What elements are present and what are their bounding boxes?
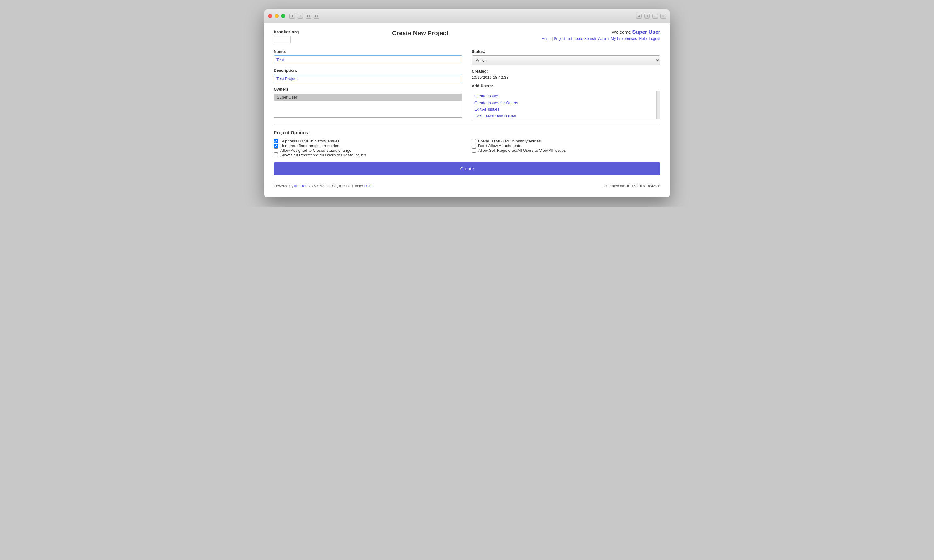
checkbox-literal-html[interactable]: [472, 139, 476, 143]
label-literal-html[interactable]: Literal HTML/XML in history entries: [478, 139, 541, 143]
name-group: Name:: [274, 49, 462, 64]
checkbox-allow-assigned-closed[interactable]: [274, 148, 278, 153]
description-group: Description:: [274, 68, 462, 83]
add-users-item-2[interactable]: Create Issues for Others: [473, 100, 656, 106]
created-label: Created:: [472, 69, 660, 74]
options-left: Suppress HTML in history entries Use pre…: [274, 139, 462, 157]
owners-group: Owners: Super User: [274, 87, 462, 118]
label-allow-self-registered-view[interactable]: Allow Self Registered/All Users to View …: [478, 148, 566, 153]
project-options-title: Project Options:: [274, 130, 660, 135]
form-left: Name: Description: Owners: Super User: [274, 49, 462, 119]
download-button[interactable]: ⬇: [636, 14, 642, 18]
add-users-item-3[interactable]: Edit All Issues: [473, 106, 656, 113]
nav-project-list[interactable]: Project List: [554, 37, 572, 41]
footer-left: Powered by itracker 3.3.5-SNAPSHOT, lice…: [274, 184, 374, 188]
page-header: itracker.org Create New Project Welcome …: [274, 29, 660, 43]
nav-links: Home|Project List|Issue Search|Admin|My …: [541, 37, 660, 41]
option-suppress-html: Suppress HTML in history entries: [274, 139, 462, 143]
itracker-link[interactable]: itracker: [294, 184, 307, 188]
footer-right: Generated on: 10/15/2016 18:42:38: [601, 184, 660, 188]
label-suppress-html[interactable]: Suppress HTML in history entries: [280, 139, 339, 143]
nav-help[interactable]: Help: [639, 37, 647, 41]
name-label: Name:: [274, 49, 462, 54]
checkbox-allow-self-registered-view[interactable]: [472, 148, 476, 153]
options-grid: Suppress HTML in history entries Use pre…: [274, 139, 660, 157]
welcome-text: Welcome Super User: [541, 29, 660, 35]
checkbox-allow-self-registered-create[interactable]: [274, 153, 278, 157]
nav-my-preferences[interactable]: My Preferences: [611, 37, 637, 41]
nav-issue-search[interactable]: Issue Search: [574, 37, 596, 41]
sidebar-button[interactable]: ⊟: [305, 14, 311, 18]
nav-sep-2: |: [573, 37, 574, 41]
add-users-listbox[interactable]: Create Issues Create Issues for Others E…: [472, 91, 660, 119]
page-content: itracker.org Create New Project Welcome …: [264, 23, 670, 197]
created-value: 10/15/2016 18:42:38: [472, 75, 660, 80]
powered-by-text: Powered by: [274, 184, 293, 188]
form-grid: Name: Description: Owners: Super User: [274, 49, 660, 119]
owners-listbox[interactable]: Super User: [274, 93, 462, 118]
owners-label: Owners:: [274, 87, 462, 91]
close-button[interactable]: [268, 14, 272, 18]
share-button[interactable]: ⬆: [644, 14, 650, 18]
nav-controls: ‹ › ⊟ ⊡: [290, 14, 319, 18]
add-users-item-4[interactable]: Edit User's Own Issues: [473, 113, 656, 119]
label-allow-assigned-closed[interactable]: Allow Assigned to Closed status change: [280, 148, 351, 153]
add-users-item-1[interactable]: Create Issues: [473, 93, 656, 100]
traffic-lights: [268, 14, 285, 18]
nav-sep-3: |: [596, 37, 598, 41]
owner-item: Super User: [274, 94, 462, 101]
description-label: Description:: [274, 68, 462, 72]
label-dont-allow-attachments[interactable]: Don't Allow Attachments: [478, 143, 521, 148]
maximize-button[interactable]: [281, 14, 285, 18]
create-btn-wrapper: Create: [274, 162, 660, 175]
nav-logout[interactable]: Logout: [649, 37, 660, 41]
page-footer: Powered by itracker 3.3.5-SNAPSHOT, lice…: [274, 181, 660, 188]
option-allow-assigned-closed: Allow Assigned to Closed status change: [274, 148, 462, 153]
status-group: Status: Active Inactive: [472, 49, 660, 65]
page-title: Create New Project: [299, 29, 542, 37]
nav-sep-4: |: [609, 37, 610, 41]
titlebar: ‹ › ⊟ ⊡ ⬇ ⬆ ⊡ +: [264, 9, 670, 23]
checkbox-dont-allow-attachments[interactable]: [472, 144, 476, 148]
add-users-label: Add Users:: [472, 83, 660, 88]
checkbox-suppress-html[interactable]: [274, 139, 278, 143]
welcome-prefix: Welcome: [612, 29, 631, 35]
description-input[interactable]: [274, 74, 462, 83]
add-users-listbox-inner: Create Issues Create Issues for Others E…: [472, 91, 656, 118]
option-allow-self-registered-create: Allow Self Registered/All Users to Creat…: [274, 153, 462, 157]
label-allow-self-registered-create[interactable]: Allow Self Registered/All Users to Creat…: [280, 153, 366, 157]
brand-logo-box: [274, 36, 291, 43]
option-dont-allow-attachments: Don't Allow Attachments: [472, 143, 660, 148]
plus-button[interactable]: +: [660, 14, 666, 18]
footer-version: 3.3.5-SNAPSHOT, licensed under: [307, 184, 363, 188]
status-select[interactable]: Active Inactive: [472, 55, 660, 65]
brand: itracker.org: [274, 29, 299, 43]
checkbox-predefined-resolution[interactable]: [274, 144, 278, 148]
nav-sep-5: |: [637, 37, 638, 41]
window-button[interactable]: ⊡: [652, 14, 658, 18]
project-options-section: Project Options: Suppress HTML in histor…: [274, 125, 660, 157]
forward-button[interactable]: ›: [297, 14, 303, 18]
options-right: Literal HTML/XML in history entries Don'…: [472, 139, 660, 157]
lgpl-link[interactable]: LGPL: [364, 184, 374, 188]
titlebar-right-controls: ⬇ ⬆ ⊡ +: [636, 14, 666, 18]
app-window: ‹ › ⊟ ⊡ ⬇ ⬆ ⊡ + itracker.org Create New …: [264, 9, 670, 197]
back-button[interactable]: ‹: [290, 14, 295, 18]
option-predefined-resolution: Use predefined resolution entries: [274, 143, 462, 148]
create-button[interactable]: Create: [274, 162, 660, 175]
listbox-scrollbar: [656, 91, 660, 118]
status-label: Status:: [472, 49, 660, 54]
nav-sep-6: |: [647, 37, 648, 41]
label-predefined-resolution[interactable]: Use predefined resolution entries: [280, 143, 339, 148]
nav-sep-1: |: [552, 37, 553, 41]
option-literal-html: Literal HTML/XML in history entries: [472, 139, 660, 143]
form-right: Status: Active Inactive Created: 10/15/2…: [472, 49, 660, 119]
tab-button[interactable]: ⊡: [314, 14, 319, 18]
generated-text: Generated on: 10/15/2016 18:42:38: [601, 184, 660, 188]
minimize-button[interactable]: [274, 14, 279, 18]
nav-home[interactable]: Home: [541, 37, 552, 41]
username: Super User: [632, 29, 660, 35]
nav-admin[interactable]: Admin: [598, 37, 609, 41]
name-input[interactable]: [274, 55, 462, 64]
created-group: Created: 10/15/2016 18:42:38: [472, 69, 660, 80]
